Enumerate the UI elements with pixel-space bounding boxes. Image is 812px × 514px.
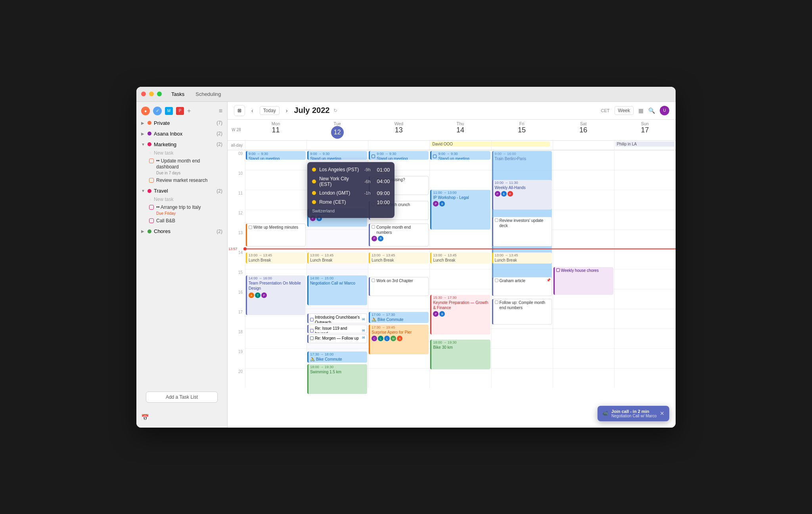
icon-btn-orange[interactable]: ● <box>141 107 150 115</box>
time-18: 18 <box>228 329 245 348</box>
task-label-2: Review market research <box>156 178 207 184</box>
user-avatar[interactable]: U <box>660 106 669 115</box>
join-call-close-button[interactable]: ✕ <box>660 410 665 417</box>
add-list-button[interactable]: Add a Task List <box>146 392 218 403</box>
event-tue-negotiation[interactable]: 14:00 → 15:00 Negotiation Call w/ Marco <box>307 275 367 305</box>
task-due-3: Due Friday <box>156 211 201 216</box>
scheduling-tab[interactable]: Scheduling <box>194 90 222 98</box>
list-icon[interactable]: ≡ <box>219 107 222 115</box>
task-update-dashboard[interactable]: •• Update month end dashboard Due in 7 d… <box>136 157 227 176</box>
group-header-chores[interactable]: ▶ Chores (2) <box>136 227 227 236</box>
close-button[interactable] <box>141 92 146 96</box>
event-sat-housechores[interactable]: Weekly house chores <box>553 267 613 295</box>
group-header-private[interactable]: ▶ Private (7) <box>136 118 227 128</box>
event-fri-review-investors[interactable]: Review investors' update deck <box>492 217 552 246</box>
allday-event-philip[interactable]: Philip in LA <box>615 141 675 147</box>
time-13: 13 <box>228 229 245 249</box>
event-fri-graham[interactable]: Graham article 📌 <box>492 277 552 296</box>
allday-mon <box>245 141 306 150</box>
task-review-market[interactable]: Review market research <box>136 176 227 185</box>
event-thu-standup[interactable]: 9:00 → 9:30 Stand up meeting <box>430 151 490 160</box>
event-tue-standup[interactable]: 9:00 → 9:30 Stand up meeting <box>307 151 367 160</box>
task-call-bb[interactable]: Call B&B <box>136 217 227 225</box>
calendar-mini-icon[interactable]: 📅 <box>141 414 149 421</box>
minimize-button[interactable] <box>149 92 154 96</box>
maximize-button[interactable] <box>157 92 162 96</box>
search-icon[interactable]: 🔍 <box>648 107 655 114</box>
group-marketing: ▼ Marketing (2) ○ New task •• Update mon… <box>136 140 227 185</box>
group-count-travel: (2) <box>216 188 222 194</box>
group-header-travel[interactable]: ▼ Travel (2) <box>136 186 227 195</box>
event-tue-email3[interactable]: Re: Morgen — Follow up ✉ <box>307 334 367 343</box>
task-checkbox-3[interactable] <box>149 205 154 210</box>
event-wed-lunch[interactable]: 13:00 → 13:45 Lunch Break <box>369 252 429 264</box>
icon-btn-ms[interactable]: M <box>165 107 173 115</box>
group-label-asana: Asana Inbox <box>154 131 182 137</box>
tasks-tab[interactable]: Tasks <box>170 90 186 98</box>
chevron-right-icon-2: ▶ <box>141 132 145 136</box>
next-week-button[interactable]: › <box>283 107 290 115</box>
event-tue-email1[interactable]: Introducing Crunchbase's Outreach... ✉ <box>307 313 367 323</box>
group-header-marketing[interactable]: ▼ Marketing (2) <box>136 140 227 149</box>
event-wed-compile[interactable]: Compile month end numbers P B <box>369 224 429 246</box>
group-label-travel: Travel <box>154 188 168 194</box>
task-checkbox-2[interactable] <box>149 178 154 183</box>
event-thu-ipworkshop[interactable]: 11:00 → 13:00 IP Workshop - Legal P B <box>430 190 490 229</box>
event-wed-standup[interactable]: 9:00 → 9:30 Stand up meeting <box>369 151 429 160</box>
sync-icon[interactable]: ↻ <box>333 108 337 113</box>
event-thu-bike30[interactable]: 18:00 → 19:30 Bike 30 km <box>430 340 490 369</box>
calendar-title: July 2022 <box>294 106 329 115</box>
allday-sat <box>553 141 614 150</box>
event-tue-email2[interactable]: Re: Issue 119 and beyond ✉ <box>307 325 367 333</box>
group-header-asana[interactable]: ▶ Asana Inbox (2) <box>136 129 227 138</box>
event-mon-standup[interactable]: 9:00 → 9:30 Stand up meeting <box>246 151 306 160</box>
event-fri-followup-compile[interactable]: Follow up: Compile month end numbers <box>492 299 552 325</box>
add-icon[interactable]: + <box>187 107 191 115</box>
sidebar-icons: ● ✓ M P + ≡ <box>136 105 227 118</box>
time-09: 09 <box>228 150 245 170</box>
icon-btn-red[interactable]: P <box>176 107 184 115</box>
task-checkbox-1[interactable] <box>149 159 154 163</box>
allday-wed <box>368 141 429 150</box>
join-call-banner[interactable]: 📹 Join call - in 2 min Negotiation Call … <box>598 406 669 421</box>
task-arrange-italy[interactable]: •• Arrange trip to Italy Due Friday <box>136 203 227 217</box>
join-call-title: Join call - in 2 min <box>611 409 657 414</box>
event-fri-lunch[interactable]: 13:00 → 13:45 Lunch Break <box>492 252 552 264</box>
new-task-marketing[interactable]: ○ New task <box>136 149 227 157</box>
today-button[interactable]: Today <box>260 106 280 115</box>
event-thu-keynote[interactable]: 15:30 → 17:30 Keynote Preparation — Grow… <box>430 295 490 334</box>
event-wed-bikecommute[interactable]: 17:00 → 17:30 🚴 Bike Commute <box>369 312 429 323</box>
time-10: 10 <box>228 170 245 190</box>
event-thu-lunch[interactable]: 13:00 → 13:45 Lunch Break <box>430 252 490 264</box>
event-mon-teampresentation[interactable]: 14:00 → 16:00 Team Presentation On Mobil… <box>246 275 306 315</box>
event-wed-apero[interactable]: 17:30 → 19:45 Surprise Apero for Pier C … <box>369 325 429 354</box>
event-tue-bikecommute[interactable]: 17:30 → 18:00 🚴 Bike Commute <box>307 352 367 363</box>
event-mon-lunch[interactable]: 13:00 → 13:45 Lunch Break <box>246 252 306 264</box>
new-task-travel[interactable]: ○ New task <box>136 195 227 203</box>
chevron-right-icon: ▶ <box>141 121 145 125</box>
icon-btn-check[interactable]: ✓ <box>153 107 162 115</box>
group-label-marketing: Marketing <box>154 141 176 147</box>
view-selector[interactable]: Week <box>615 106 634 115</box>
join-call-content: Join call - in 2 min Negotiation Call w/… <box>611 409 657 418</box>
day-header-sat: Sat 16 <box>553 120 614 140</box>
event-wed-chapter[interactable]: Work on 3rd Chapter <box>369 277 429 296</box>
sidebar-bottom: 📅 <box>136 411 227 424</box>
event-tue-swimming[interactable]: 18:00 → 19:30 Swimming 1.5 km <box>307 364 367 394</box>
event-tue-nextwave[interactable]: Next Wave P B <box>307 209 367 227</box>
prev-week-button[interactable]: ‹ <box>249 107 256 115</box>
calendar-grid-icon[interactable]: ▦ <box>638 107 643 114</box>
sidebar-toggle-button[interactable]: ⊞ <box>234 105 245 116</box>
group-count-private: (7) <box>216 120 222 126</box>
current-time-dot <box>243 247 247 250</box>
event-tue-lunch[interactable]: 13:00 → 13:45 Lunch Break <box>307 252 367 264</box>
event-mon-meetingminutes[interactable]: Write up Meeting minutes <box>246 224 306 246</box>
time-column: 09 10 11 12 13 14 15 16 17 18 19 20 <box>228 150 245 388</box>
event-fri-allhands[interactable]: 10:00 → 11:30 Weekly All-Hands P B R <box>492 180 552 210</box>
event-wed-areyou[interactable]: Are you raising? <box>369 176 429 195</box>
group-dot-private <box>147 121 151 125</box>
task-checkbox-4[interactable] <box>149 218 154 223</box>
calendar-grid-wrapper[interactable]: 09 10 11 12 13 14 15 16 17 18 19 20 <box>228 150 676 428</box>
time-20: 20 <box>228 368 245 388</box>
event-wed-techcrunch[interactable]: Check Tech crunch <box>369 201 429 220</box>
